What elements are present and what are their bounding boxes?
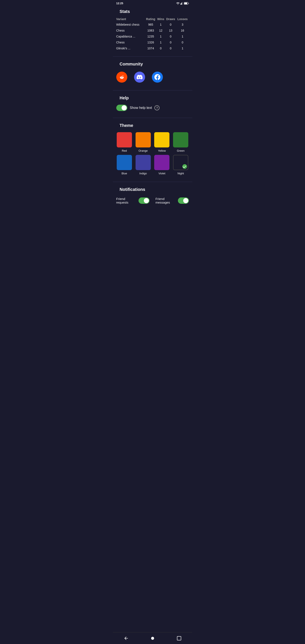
square-icon bbox=[176, 636, 182, 641]
theme-label-yellow: Yellow bbox=[158, 149, 166, 152]
cell-rating: 1235 bbox=[145, 34, 156, 40]
cell-variant: Chess bbox=[116, 40, 145, 45]
stats-section: Stats Variant Rating Wins Draws Losses W… bbox=[113, 6, 192, 55]
theme-color-blue bbox=[117, 155, 132, 170]
svg-rect-1 bbox=[181, 3, 181, 5]
back-button[interactable] bbox=[122, 634, 130, 642]
theme-option-red[interactable]: Red bbox=[116, 132, 132, 152]
cell-losses: 3 bbox=[176, 22, 189, 28]
toggle-thumb-2 bbox=[183, 198, 188, 203]
signal-icon bbox=[180, 2, 183, 5]
discord-icon bbox=[136, 74, 142, 80]
theme-color-red bbox=[117, 132, 132, 148]
community-section: Community bbox=[113, 58, 192, 88]
theme-option-orange[interactable]: Orange bbox=[135, 132, 151, 152]
svg-rect-0 bbox=[180, 4, 181, 5]
cell-rating: 965 bbox=[145, 22, 156, 28]
toggle-track-1 bbox=[138, 198, 150, 204]
theme-label-green: Green bbox=[177, 149, 184, 152]
theme-label-blue: Blue bbox=[122, 172, 127, 175]
theme-color-orange bbox=[136, 132, 151, 148]
discord-button[interactable] bbox=[134, 72, 145, 82]
toggle-track-2 bbox=[178, 198, 189, 204]
facebook-icon bbox=[154, 74, 160, 80]
notifications-section: Notifications Friend requests Friend mes… bbox=[113, 184, 192, 212]
table-row: Capablanca ...1235101 bbox=[116, 34, 189, 40]
theme-label-red: Red bbox=[122, 149, 127, 152]
toggle-thumb-1 bbox=[144, 198, 149, 203]
community-title: Community bbox=[116, 58, 189, 69]
theme-label-indigo: Indigo bbox=[139, 172, 147, 175]
theme-option-indigo[interactable]: Indigo bbox=[135, 155, 151, 175]
stats-table: Variant Rating Wins Draws Losses Wildebe… bbox=[116, 16, 189, 51]
help-divider bbox=[113, 118, 192, 118]
reddit-icon bbox=[119, 74, 125, 80]
theme-option-green[interactable]: Green bbox=[172, 132, 189, 152]
col-rating: Rating bbox=[145, 16, 156, 22]
theme-option-blue[interactable]: Blue bbox=[116, 155, 132, 175]
status-icons bbox=[176, 2, 189, 5]
cell-losses: 0 bbox=[176, 40, 189, 45]
cell-wins: 0 bbox=[156, 45, 165, 51]
facebook-button[interactable] bbox=[152, 72, 163, 82]
svg-point-7 bbox=[151, 637, 154, 640]
svg-rect-3 bbox=[182, 2, 182, 5]
theme-option-yellow[interactable]: Yellow bbox=[154, 132, 170, 152]
cell-losses: 1 bbox=[176, 34, 189, 40]
theme-color-yellow bbox=[154, 132, 170, 148]
col-variant: Variant bbox=[116, 16, 145, 22]
friend-messages-label: Friend messages bbox=[156, 197, 176, 204]
cell-draws: 0 bbox=[165, 22, 176, 28]
cell-variant: Wildebeest chess bbox=[116, 22, 145, 28]
square-button[interactable] bbox=[175, 634, 183, 642]
theme-label-night: Night bbox=[178, 172, 184, 175]
table-row: Chess1326100 bbox=[116, 40, 189, 45]
cell-wins: 1 bbox=[156, 22, 165, 28]
help-info-icon[interactable]: ? bbox=[154, 105, 160, 110]
table-row: Chess1083121316 bbox=[116, 28, 189, 34]
home-button[interactable] bbox=[148, 634, 157, 642]
friend-requests-toggle[interactable] bbox=[138, 198, 150, 204]
col-losses: Losses bbox=[176, 16, 189, 22]
cell-draws: 13 bbox=[165, 28, 176, 34]
toggle-track bbox=[116, 105, 127, 111]
notifications-row: Friend requests Friend messages bbox=[116, 194, 189, 207]
theme-color-green bbox=[173, 132, 188, 148]
cell-variant: Chess bbox=[116, 28, 145, 34]
col-wins: Wins bbox=[156, 16, 165, 22]
cell-wins: 12 bbox=[156, 28, 165, 34]
battery-icon bbox=[184, 2, 189, 5]
cell-losses: 1 bbox=[176, 45, 189, 51]
wifi-icon bbox=[176, 2, 180, 5]
table-row: Wildebeest chess965103 bbox=[116, 22, 189, 28]
stats-title: Stats bbox=[116, 6, 189, 16]
table-row: Glinski's ...1074001 bbox=[116, 45, 189, 51]
theme-option-violet[interactable]: Violet bbox=[154, 155, 170, 175]
notifications-title: Notifications bbox=[116, 184, 189, 194]
theme-section: Theme RedOrangeYellowGreenBlueIndigoViol… bbox=[113, 120, 192, 180]
theme-option-night[interactable]: Night bbox=[172, 155, 189, 175]
theme-selected-check bbox=[182, 164, 187, 169]
status-bar: 12:25 bbox=[113, 0, 192, 6]
cell-wins: 1 bbox=[156, 34, 165, 40]
back-icon bbox=[124, 636, 128, 641]
cell-rating: 1083 bbox=[145, 28, 156, 34]
col-draws: Draws bbox=[165, 16, 176, 22]
cell-wins: 1 bbox=[156, 40, 165, 45]
theme-label-violet: Violet bbox=[158, 172, 165, 175]
theme-label-orange: Orange bbox=[138, 149, 148, 152]
theme-color-violet bbox=[154, 155, 170, 170]
cell-rating: 1074 bbox=[145, 45, 156, 51]
theme-grid: RedOrangeYellowGreenBlueIndigoVioletNigh… bbox=[116, 130, 189, 177]
friend-messages-toggle[interactable] bbox=[178, 198, 189, 204]
svg-rect-2 bbox=[182, 2, 182, 5]
show-help-toggle[interactable] bbox=[116, 105, 127, 111]
theme-color-night bbox=[173, 155, 188, 170]
cell-variant: Capablanca ... bbox=[116, 34, 145, 40]
nav-bar bbox=[113, 632, 192, 644]
svg-rect-5 bbox=[184, 2, 187, 4]
community-divider bbox=[113, 90, 192, 90]
reddit-button[interactable] bbox=[116, 72, 127, 82]
theme-color-indigo bbox=[136, 155, 151, 170]
cell-rating: 1326 bbox=[145, 40, 156, 45]
